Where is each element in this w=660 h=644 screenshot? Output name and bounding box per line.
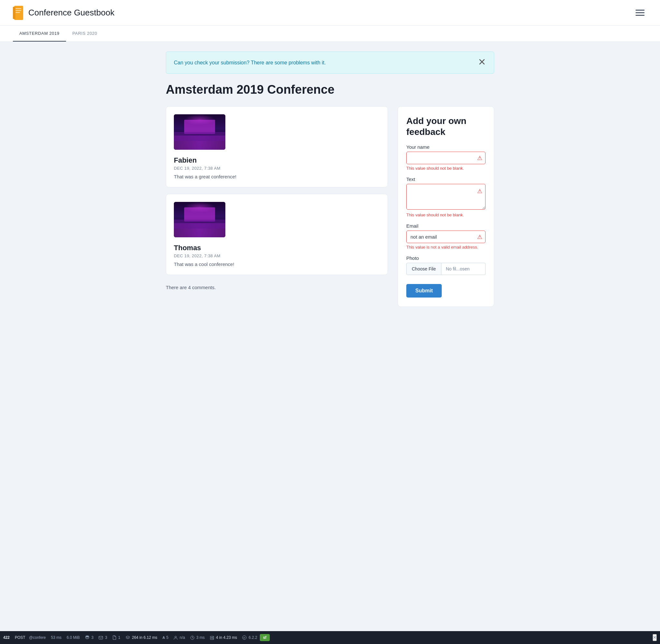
debug-font-count: 5 [166, 635, 168, 640]
debug-file-count: 1 [118, 635, 120, 640]
conference-image [174, 202, 226, 237]
book-icon [13, 6, 24, 20]
feedback-card: Add your own feedback Your name ⚠ This v… [398, 106, 494, 307]
debug-symfony-badge: sf [260, 634, 270, 641]
debug-memory-value: 6.0 MiB [67, 635, 80, 640]
logo-area: Conference Guestbook [13, 6, 114, 20]
hamburger-line2 [636, 12, 644, 13]
file-input-row: Choose File No fil...osen [406, 263, 486, 275]
debug-layers-count: 264 in 6.12 ms [132, 635, 158, 640]
comment-author: Thomas [174, 244, 380, 252]
name-input-wrapper: ⚠ [406, 152, 486, 164]
comment-text: That was a great conference! [174, 174, 380, 179]
comment-image [174, 114, 226, 150]
file-icon [112, 635, 116, 640]
hamburger-line1 [636, 10, 644, 10]
nav-tabs: AMSTERDAM 2019 PARIS 2020 [0, 26, 660, 42]
comment-card: Fabien DEC 19, 2022, 7:38 AM That was a … [166, 106, 388, 187]
page-title: Amsterdam 2019 Conference [166, 83, 494, 97]
comment-image [174, 202, 226, 237]
debug-symfony: sf 6.2.2 sf [242, 634, 269, 641]
email-input-wrapper: ⚠ [406, 231, 486, 243]
email-input[interactable] [406, 231, 486, 243]
text-error-icon: ⚠ [477, 188, 482, 195]
debug-bar: 422 POST @confere 53 ms 6.0 MiB 3 3 1 26… [0, 631, 660, 644]
debug-memory: 6.0 MiB [67, 635, 80, 640]
hamburger-line3 [636, 15, 644, 16]
svg-point-13 [213, 637, 213, 637]
debug-file: 1 [112, 635, 120, 640]
tab-paris-2020[interactable]: PARIS 2020 [66, 26, 104, 42]
svg-rect-3 [16, 10, 21, 11]
symfony-icon: sf [242, 635, 246, 640]
svg-text:sf: sf [243, 637, 245, 639]
feedback-column: Add your own feedback Your name ⚠ This v… [398, 106, 494, 307]
alert-message: Can you check your submission? There are… [174, 60, 326, 66]
debug-server-info: 4 in 4.23 ms [216, 635, 237, 640]
debug-user: n/a [173, 635, 185, 640]
debug-mail: 3 [98, 635, 107, 640]
name-field-group: Your name ⚠ This value should not be bla… [406, 144, 486, 171]
alert-banner: Can you check your submission? There are… [166, 51, 494, 74]
text-input[interactable] [406, 184, 486, 210]
debug-perf-time: 3 ms [196, 635, 205, 640]
svg-point-7 [86, 636, 89, 637]
debug-time: 53 ms [51, 635, 62, 640]
debug-symfony-version: 6.2.2 [249, 635, 257, 640]
debug-font: A 5 [162, 635, 168, 640]
comment-date: DEC 19, 2022, 7:38 AM [174, 166, 380, 171]
photo-label: Photo [406, 255, 486, 261]
feedback-title: Add your own feedback [406, 116, 486, 137]
image-screen [184, 207, 215, 222]
text-error-message: This value should not be blank. [406, 212, 486, 217]
comments-count: There are 4 comments. [166, 285, 388, 290]
comment-author: Fabien [174, 156, 380, 164]
status-code-value: 422 [3, 635, 10, 640]
email-error-icon: ⚠ [477, 233, 482, 240]
text-input-wrapper: ⚠ [406, 184, 486, 211]
debug-layers: 264 in 6.12 ms [125, 635, 158, 640]
header: Conference Guestbook [0, 0, 660, 26]
name-input[interactable] [406, 152, 486, 164]
debug-db: 3 [85, 635, 94, 640]
image-audience [174, 220, 226, 229]
email-error-message: This value is not a valid email address. [406, 245, 486, 250]
comment-text: That was a cool conference! [174, 261, 380, 267]
app-title: Conference Guestbook [28, 8, 114, 18]
debug-method-route: POST @confere [15, 635, 46, 640]
debug-user-value: n/a [180, 635, 185, 640]
debug-close-button[interactable]: × [653, 634, 657, 641]
submit-button[interactable]: Submit [406, 284, 442, 298]
comment-card: Thomas DEC 19, 2022, 7:38 AM That was a … [166, 194, 388, 275]
perf-icon [190, 636, 194, 640]
name-error-message: This value should not be blank. [406, 166, 486, 171]
debug-method: POST [15, 635, 25, 640]
debug-time-value: 53 ms [51, 635, 62, 640]
layers-icon [125, 636, 130, 640]
svg-point-9 [175, 636, 176, 638]
alert-close-button[interactable] [478, 58, 486, 68]
tab-amsterdam-2019[interactable]: AMSTERDAM 2019 [13, 26, 66, 42]
image-audience [174, 132, 226, 141]
main-content: Can you check your submission? There are… [153, 42, 507, 644]
name-error-icon: ⚠ [477, 155, 482, 162]
debug-db-count: 3 [91, 635, 94, 640]
mail-icon [98, 636, 103, 640]
close-icon [479, 59, 485, 65]
image-screen [184, 120, 215, 134]
debug-server: 4 in 4.23 ms [210, 635, 237, 640]
server-icon [210, 636, 214, 640]
choose-file-button[interactable]: Choose File [406, 263, 441, 275]
text-label: Text [406, 177, 486, 182]
content-area: Fabien DEC 19, 2022, 7:38 AM That was a … [166, 106, 494, 307]
debug-status-code: 422 [3, 635, 10, 640]
menu-button[interactable] [633, 7, 647, 18]
comment-date: DEC 19, 2022, 7:38 AM [174, 253, 380, 258]
debug-route: @confere [29, 635, 46, 640]
svg-rect-8 [99, 636, 103, 639]
database-icon [85, 635, 90, 640]
debug-perf: 3 ms [190, 635, 205, 640]
svg-point-14 [213, 639, 213, 639]
conference-image [174, 114, 226, 150]
email-field-group: Email ⚠ This value is not a valid email … [406, 223, 486, 250]
